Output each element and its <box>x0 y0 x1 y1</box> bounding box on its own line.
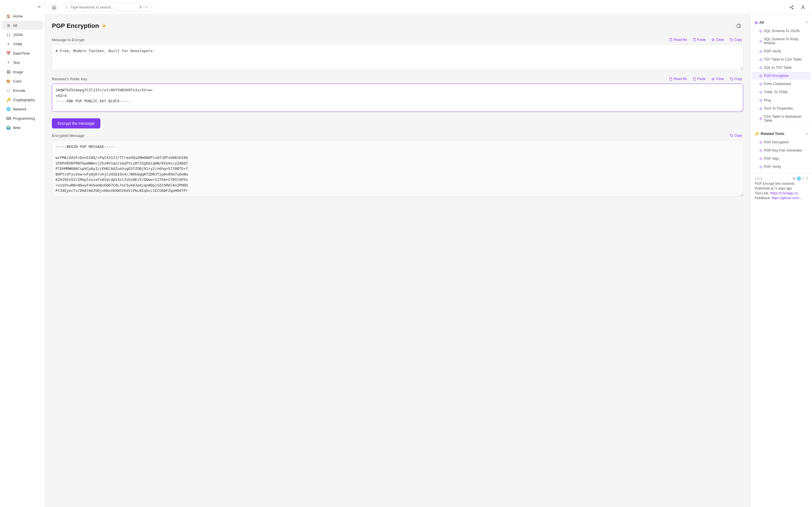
sidebar-nav: 🏠Home⊞All{ }JSON≡YAML📅Date/TimeTText🖼Ima… <box>0 11 45 132</box>
sidebar-label-color: Color <box>13 79 22 83</box>
related-panel-item[interactable]: ◎PGP Key Pair Generator <box>751 147 811 154</box>
panel-item-icon: ◎ <box>759 74 762 78</box>
sidebar-item-home[interactable]: 🏠Home <box>2 11 43 20</box>
toml-props-item[interactable]: ◎ Toml To Properties <box>751 105 811 112</box>
panel-item-label: PGP Verify <box>764 49 781 53</box>
all-panel-item[interactable]: ◎PGP Verify <box>751 47 811 55</box>
all-section-header[interactable]: ◎ All ▾ <box>750 18 812 27</box>
sidebar-item-image[interactable]: 🖼Image <box>2 67 43 76</box>
sidebar-item-programming[interactable]: ⌨Programming <box>2 114 43 123</box>
related-section-header[interactable]: 🔑 Related Tools ▾ <box>750 129 812 138</box>
message-read-file-btn[interactable]: Read file <box>668 37 688 42</box>
encrypted-copy-btn[interactable]: Copy <box>728 133 743 138</box>
csv-md-item[interactable]: ◎ CSV Table to Markdown Table <box>751 113 811 124</box>
key-clear-btn[interactable]: Clear <box>710 76 725 81</box>
svg-point-6 <box>802 6 804 7</box>
all-panel-item[interactable]: ◎PGP Encryption <box>751 72 811 80</box>
related-panel-item[interactable]: ◎PGP Sign <box>751 155 811 163</box>
all-panel-item[interactable]: ◎TSV Table to CSV Table <box>751 55 811 63</box>
text-icon: T <box>6 60 11 65</box>
tool-link[interactable]: https://t.he3app.co... <box>770 191 801 195</box>
sidebar-label-cryptography: Cryptography <box>13 98 35 102</box>
sidebar-label-text: Text <box>13 61 20 65</box>
panel-item-label: PGP Encryption <box>764 74 789 78</box>
yaml-toml-item[interactable]: ◎ YAML To TOML <box>751 88 811 96</box>
svg-point-3 <box>792 8 794 9</box>
version-description: PGP Encrypt text contents <box>755 182 808 186</box>
search-input[interactable] <box>70 5 135 9</box>
all-panel-item[interactable]: ◎SQL Schema To Ruby Module <box>751 35 811 47</box>
network-icon: 🌐 <box>6 107 11 111</box>
all-section-title: ◎ All <box>755 20 764 24</box>
key-paste-icon <box>693 77 696 80</box>
key-read-file-btn[interactable]: Read file <box>668 76 688 81</box>
main-area: ⌘ + K PGP Encryption ★ Me <box>45 0 812 507</box>
key-textarea[interactable]: 3AQW7bZ5Cmepg7C2l1I5+/oY/8bTYHB3kRTo3zc5… <box>52 83 743 112</box>
panel-item-icon: ◎ <box>759 57 762 61</box>
sidebar-item-network[interactable]: 🌐Network <box>2 105 43 114</box>
message-copy-btn[interactable]: Copy <box>728 37 743 42</box>
home-icon: 🏠 <box>6 14 11 18</box>
panel-toggle-btn[interactable] <box>734 21 743 31</box>
panel-item-label: TSV Table to CSV Table <box>764 57 802 61</box>
clear-icon <box>711 38 715 41</box>
sidebar-item-all[interactable]: ⊞All <box>2 21 43 30</box>
sidebar-label-datetime: Date/Time <box>13 51 30 55</box>
paste-icon <box>693 38 696 41</box>
all-panel-items: ◎SQL Schema To JSON◎SQL Schema To Ruby M… <box>750 27 812 80</box>
tool-header: PGP Encryption ★ <box>52 21 743 31</box>
sidebar-item-yaml[interactable]: ≡YAML <box>2 40 43 48</box>
sidebar-label-encode: Encode <box>13 89 26 93</box>
related-item-icon: ◎ <box>759 157 762 161</box>
version-section: 1.0.1 ⚙ 🌐 ✓ ▾ PGP Encrypt text contents … <box>750 173 812 204</box>
message-paste-btn[interactable]: Paste <box>692 37 707 42</box>
message-textarea[interactable]: A Free, Modern Toolbox, Built for Develo… <box>52 45 743 70</box>
svg-point-0 <box>65 6 67 8</box>
sidebar-item-web[interactable]: 🌍Web <box>2 123 43 132</box>
key-copy-btn[interactable]: Copy <box>728 76 743 81</box>
ping-icon: ◎ <box>759 98 762 102</box>
message-clear-btn[interactable]: Clear <box>710 37 725 42</box>
sidebar-item-color[interactable]: 🎨Color <box>2 76 43 86</box>
version-published: Published at: 5 days ago <box>755 186 808 190</box>
feedback-link[interactable]: https://github.com/... <box>771 196 802 200</box>
message-label: Message to Encrypt <box>52 38 84 42</box>
all-panel-item[interactable]: ◎SQL to TSV Table <box>751 64 811 71</box>
panel-divider <box>750 127 812 127</box>
checkmark-icon[interactable]: ✓ <box>802 177 805 180</box>
encrypted-output[interactable]: -----BEGIN PGP MESSAGE----- wcFMA/dZnFcQ… <box>52 140 743 196</box>
ports-item[interactable]: ◎ Ports Cheatsheet <box>751 80 811 88</box>
globe-icon[interactable]: 🌐 <box>797 177 801 180</box>
share-button[interactable] <box>787 3 796 12</box>
svg-rect-13 <box>731 135 733 137</box>
sidebar-item-datetime[interactable]: 📅Date/Time <box>2 49 43 58</box>
svg-point-1 <box>792 5 794 6</box>
encrypt-button[interactable]: Encrypt the message <box>52 118 100 128</box>
search-bar[interactable]: ⌘ + K <box>62 3 152 12</box>
profile-button[interactable] <box>799 3 808 12</box>
home-button[interactable] <box>50 3 59 12</box>
related-section-title: 🔑 Related Tools <box>755 131 784 136</box>
settings-icon[interactable]: ⚙ <box>793 177 796 180</box>
right-panel: ◎ All ▾ ◎SQL Schema To JSON◎SQL Schema T… <box>750 15 812 507</box>
version-chevron[interactable]: ▾ <box>806 177 808 180</box>
related-panel-item[interactable]: ◎PGP Verify <box>751 163 811 171</box>
tool-title: PGP Encryption <box>52 22 99 30</box>
related-panel-item[interactable]: ◎PGP Decryption <box>751 138 811 146</box>
version-number: 1.0.1 <box>755 177 762 180</box>
topbar-actions <box>787 3 808 12</box>
favorite-icon[interactable]: ★ <box>102 23 106 29</box>
sidebar-item-text[interactable]: TText <box>2 58 43 67</box>
sidebar-collapse-btn[interactable] <box>0 2 45 11</box>
all-panel-item[interactable]: ◎SQL Schema To JSON <box>751 27 811 35</box>
sidebar-item-cryptography[interactable]: 🔑Cryptography <box>2 95 43 104</box>
encrypted-label: Encrypted Message <box>52 133 84 138</box>
message-actions: Read file Paste Clear Copy <box>668 37 743 42</box>
sidebar-item-encode[interactable]: ⬡Encode <box>2 86 43 95</box>
programming-icon: ⌨ <box>6 116 11 121</box>
sidebar-item-json[interactable]: { }JSON <box>2 30 43 39</box>
datetime-icon: 📅 <box>6 51 11 55</box>
sidebar-label-image: Image <box>13 70 23 74</box>
key-paste-btn[interactable]: Paste <box>692 76 707 81</box>
ping-item[interactable]: ◎ Ping <box>751 96 811 104</box>
